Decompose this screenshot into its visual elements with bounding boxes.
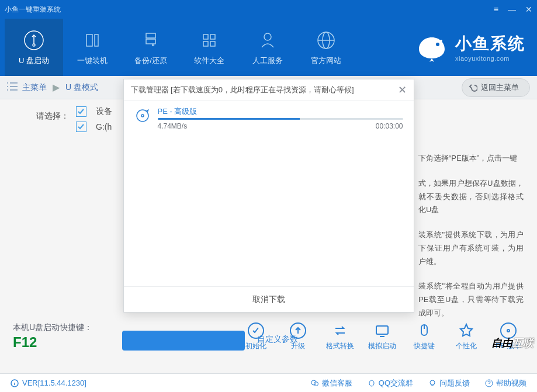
svg-point-21	[369, 380, 374, 386]
nav-label: 软件大全	[194, 55, 224, 66]
grid-icon	[199, 29, 220, 52]
fish-icon	[415, 33, 448, 62]
minimize-icon[interactable]: —	[508, 5, 516, 14]
svg-rect-2	[95, 34, 98, 46]
version-info[interactable]: VER[11.5.44.1230]	[11, 379, 86, 387]
device-list: 设备 G:(h	[76, 106, 123, 137]
window-controls: ≡ — ✕	[494, 5, 532, 14]
status-links: 微信客服 QQ交流群 问题反馈 帮助视频	[311, 378, 526, 388]
shortcut-label: 本机U盘启动快捷键：	[13, 322, 92, 333]
svg-rect-3	[146, 33, 155, 38]
nav-support[interactable]: 人工服务	[238, 19, 297, 76]
checkbox-icon[interactable]	[76, 122, 86, 132]
menu-icon[interactable]: ≡	[494, 5, 498, 14]
lightbulb-icon	[428, 379, 436, 387]
person-icon	[257, 29, 278, 52]
dialog-close-button[interactable]: ✕	[398, 84, 407, 96]
svg-point-25	[141, 115, 144, 117]
action-format-convert[interactable]: 格式转换	[324, 322, 356, 351]
nav-website[interactable]: 官方网站	[297, 19, 355, 76]
svg-point-14	[440, 40, 442, 42]
svg-point-13	[436, 43, 439, 46]
nav-backup-restore[interactable]: 备份/还原	[122, 19, 180, 76]
back-label: 返回主菜单	[481, 82, 519, 93]
brand-logo: 小鱼系统 xiaoyuxitong.com	[415, 33, 537, 62]
svg-rect-15	[376, 326, 388, 334]
qq-icon	[368, 379, 376, 387]
check-label: 设备	[96, 106, 112, 117]
progress-fill	[158, 118, 300, 120]
nav-label: 一键装机	[77, 55, 108, 66]
mouse-icon	[416, 322, 432, 339]
svg-point-19	[311, 380, 316, 385]
globe-icon	[316, 29, 337, 52]
svg-point-22	[430, 380, 435, 385]
breadcrumb-root[interactable]: 主菜单	[22, 82, 47, 93]
star-icon	[458, 322, 474, 339]
wechat-icon	[311, 379, 319, 387]
watermark: 自由互联	[491, 336, 533, 350]
link-wechat-support[interactable]: 微信客服	[311, 378, 352, 388]
arrow-up-icon	[290, 322, 306, 339]
breadcrumb-current: U 盘模式	[65, 82, 98, 93]
back-to-main-button[interactable]: 返回主菜单	[462, 78, 530, 97]
computer-icon	[82, 29, 103, 52]
download-time: 00:03:00	[376, 122, 403, 130]
svg-rect-6	[203, 34, 208, 39]
titlebar: 小鱼一键重装系统 ≡ — ✕	[0, 0, 537, 19]
nav-software[interactable]: 软件大全	[180, 19, 238, 76]
link-qq-group[interactable]: QQ交流群	[368, 378, 413, 388]
back-arrow-icon	[468, 84, 477, 92]
dialog-title: 下载管理器 [若下载速度为0，此时程序正在寻找资源，请耐心等候]	[131, 85, 354, 95]
disc-icon	[134, 107, 153, 126]
action-upgrade[interactable]: 升级	[282, 322, 314, 351]
dialog-header: 下载管理器 [若下载速度为0，此时程序正在寻找资源，请耐心等候] ✕	[124, 79, 414, 100]
list-item[interactable]: G:(h	[76, 122, 123, 132]
action-hotkey[interactable]: 快捷键	[408, 322, 440, 351]
svg-rect-8	[203, 41, 208, 46]
nav-label: 官方网站	[311, 55, 341, 66]
chevron-right-icon: ▶	[53, 82, 60, 93]
svg-point-10	[264, 33, 271, 40]
help-text: 下角选择“PE版本”，点击一键 式，如果用户想保存U盘数据，就不丢失数据，否则选…	[418, 152, 524, 332]
list-item[interactable]: 设备	[76, 106, 123, 117]
check-label: G:(h	[96, 122, 112, 131]
download-manager-dialog: 下载管理器 [若下载速度为0，此时程序正在寻找资源，请耐心等候] ✕ PE - …	[123, 79, 414, 313]
close-icon[interactable]: ✕	[525, 5, 532, 14]
svg-rect-7	[210, 34, 215, 39]
dialog-body: PE - 高级版 4.74MB/s 00:03:00	[124, 100, 414, 286]
help-icon	[485, 379, 493, 387]
app-title: 小鱼一键重装系统	[5, 5, 494, 15]
usb-icon	[23, 29, 44, 52]
action-initialize[interactable]: 初始化	[240, 322, 272, 351]
link-help-video[interactable]: 帮助视频	[485, 378, 526, 388]
status-bar: VER[11.5.44.1230] 微信客服 QQ交流群 问题反馈 帮助视频	[0, 373, 537, 392]
nav-label: 人工服务	[252, 55, 283, 66]
download-name: PE - 高级版	[158, 106, 403, 117]
action-personalize[interactable]: 个性化	[451, 322, 482, 351]
download-speed: 4.74MB/s	[158, 122, 188, 130]
cancel-download-button[interactable]: 取消下载	[124, 286, 414, 312]
top-nav: U 盘启动 一键装机 备份/还原 软件大全 人工服务 官方网站	[0, 19, 537, 76]
info-icon	[11, 379, 19, 387]
svg-rect-4	[146, 39, 155, 44]
shortcut-block: 本机U盘启动快捷键： F12	[13, 322, 92, 351]
checkbox-icon[interactable]	[76, 106, 86, 117]
brand-name-cn: 小鱼系统	[455, 33, 525, 55]
swap-icon	[332, 322, 348, 339]
action-icons: 初始化 升级 格式转换 模拟启动 快捷键 个性化 PE 版本	[240, 322, 524, 351]
progress-bar	[158, 118, 403, 120]
svg-rect-9	[210, 41, 215, 46]
download-stats: 4.74MB/s 00:03:00	[158, 122, 403, 130]
download-item: PE - 高级版 4.74MB/s 00:03:00	[134, 106, 403, 130]
link-feedback[interactable]: 问题反馈	[428, 378, 470, 388]
action-simulate-boot[interactable]: 模拟启动	[366, 322, 398, 351]
nav-one-key-install[interactable]: 一键装机	[63, 19, 122, 76]
check-circle-icon	[248, 322, 264, 339]
shortcut-key: F12	[13, 334, 92, 351]
nav-usb-boot[interactable]: U 盘启动	[5, 19, 63, 76]
nav-label: U 盘启动	[19, 55, 49, 66]
brand-name-en: xiaoyuxitong.com	[455, 55, 525, 62]
svg-point-5	[153, 44, 154, 46]
nav-label: 备份/还原	[134, 55, 167, 66]
